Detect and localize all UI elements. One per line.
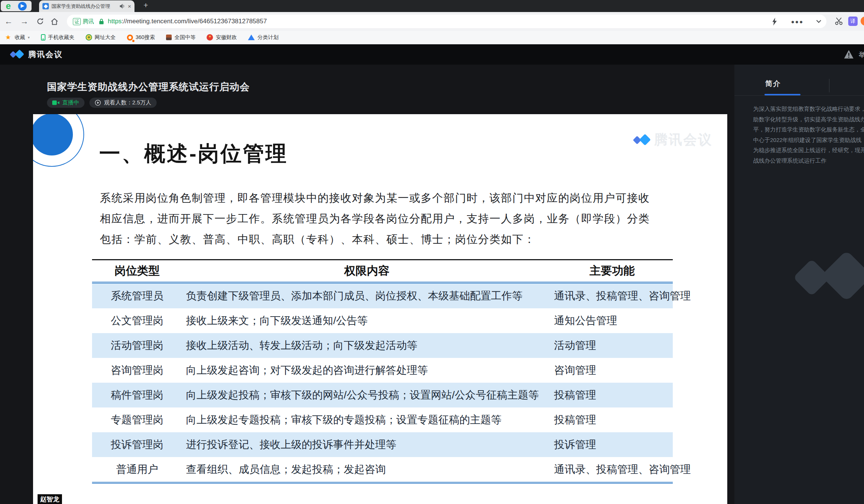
more-menu-icon[interactable]: ●●● bbox=[791, 18, 804, 25]
intro-line: 平，努力打造学生资助数字化服务新生态，全 bbox=[753, 124, 864, 135]
circle-green-plus-icon bbox=[86, 34, 92, 41]
emblem-mini-icon bbox=[166, 35, 172, 40]
emblem-red-icon bbox=[207, 34, 213, 41]
table-cell: 通讯录、投稿管理、咨询管理 bbox=[551, 289, 673, 303]
bookmark-label: 分类计划 bbox=[257, 34, 278, 41]
live-page: 国家学生资助战线办公管理系统试运行启动会 直播中 观看人数：2.5万人 一、概述… bbox=[0, 65, 864, 504]
browser-tab-strip: e 国家学生资助战线办公管理 × + bbox=[0, 0, 864, 12]
browser-tab[interactable]: 国家学生资助战线办公管理 × bbox=[39, 0, 134, 12]
bookmark-item[interactable]: 收藏▾ bbox=[5, 34, 30, 41]
sidebar-divider bbox=[734, 95, 864, 96]
intro-line: 助数字化转型升级，切实提高学生资助战线办 bbox=[753, 114, 864, 125]
table-row: 普通用户查看组织、成员信息；发起投稿；发起咨询通讯录、投稿管理、咨询管理 bbox=[92, 457, 673, 482]
table-header: 主要功能 bbox=[551, 263, 673, 279]
bookmark-label: 手机收藏夹 bbox=[48, 34, 74, 41]
roles-table: 岗位类型 权限内容 主要功能 系统管理员负责创建下级管理员、添加本部门成员、岗位… bbox=[92, 259, 673, 484]
table-row: 稿件管理岗向上级发起投稿；审核下级的网站/公众号投稿；设置网站/公众号征稿主题等… bbox=[92, 383, 673, 407]
back-icon[interactable]: ← bbox=[5, 17, 13, 26]
bookmark-item[interactable]: 全国中等 bbox=[166, 34, 195, 41]
audio-playing-icon[interactable] bbox=[119, 4, 125, 9]
table-cell: 咨询管理岗 bbox=[92, 363, 182, 377]
chevron-down-icon[interactable] bbox=[816, 18, 821, 23]
report-warning-icon[interactable] bbox=[844, 50, 854, 59]
table-cell: 通知公告管理 bbox=[551, 314, 673, 328]
table-cell: 系统管理员 bbox=[92, 289, 182, 303]
table-row: 投诉管理岗进行投诉登记、接收上级的投诉事件并处理等投诉管理 bbox=[92, 432, 673, 457]
tencent-meeting-logo-icon bbox=[8, 49, 24, 60]
star-orange-icon bbox=[5, 34, 12, 41]
tab-title: 国家学生资助战线办公管理 bbox=[51, 3, 117, 10]
paragraph-line: 系统采用岗位角色制管理，即各管理模块中的接收对象为某一或多个部门时，该部门中对应… bbox=[100, 188, 650, 208]
intro-line: 为稳步推进系统全国上线运行，经研究，现开 bbox=[753, 145, 864, 155]
lock-icon[interactable] bbox=[99, 18, 104, 25]
intro-text: 为深入落实部党组教育数字化战略行动要求，助数字化转型升级，切实提高学生资助战线办… bbox=[753, 104, 864, 166]
bookmark-label: 收藏 bbox=[15, 34, 25, 41]
table-cell: 咨询管理 bbox=[551, 363, 673, 377]
bookmark-item[interactable]: 网址大全 bbox=[86, 34, 116, 41]
intro-line: 中心于2022年组织建设了国家学生资助战线 bbox=[753, 135, 864, 145]
viewers-badge: 观看人数：2.5万人 bbox=[89, 98, 157, 108]
table-cell: 向上级发起专题投稿；审核下级的专题投稿；设置专题征稿的主题等 bbox=[182, 413, 551, 427]
table-cell: 向上级发起咨询；对下级发起的咨询进行解答处理等 bbox=[182, 363, 551, 377]
table-row: 系统管理员负责创建下级管理员、添加本部门成员、岗位授权、本级基础配置工作等通讯录… bbox=[92, 284, 673, 308]
table-header-row: 岗位类型 权限内容 主要功能 bbox=[92, 259, 673, 282]
table-row: 专题管理岗向上级发起专题投稿；审核下级的专题投稿；设置专题征稿的主题等投稿管理 bbox=[92, 407, 673, 432]
table-cell: 查看组织、成员信息；发起投稿；发起咨询 bbox=[182, 462, 551, 477]
slide-watermark: 腾讯会议 bbox=[631, 131, 713, 149]
live-label: 直播中 bbox=[62, 99, 79, 106]
meeting-header: 腾讯会议 举 bbox=[0, 44, 864, 65]
screenshot-scissors-icon[interactable] bbox=[835, 17, 843, 25]
ring-orange-icon bbox=[127, 35, 133, 41]
intro-line: 为深入落实部党组教育数字化战略行动要求， bbox=[753, 104, 864, 114]
table-row: 公文管理岗接收上级来文；向下级发送通知/公告等通知公告管理 bbox=[92, 308, 673, 333]
paragraph-line: 相应信息，进而开展下一步工作。系统管理员为各学段各岗位分配用户，支持一人多岗，业… bbox=[100, 208, 650, 229]
watermark-logo-icon bbox=[631, 134, 651, 146]
table-cell: 投诉管理 bbox=[551, 438, 673, 452]
triangle-blue-icon bbox=[248, 35, 255, 40]
forward-icon[interactable]: → bbox=[20, 17, 29, 26]
table-row: 活动管理岗接收上级活动、转发上级活动；向下级发起活动等活动管理 bbox=[92, 333, 673, 358]
translate-icon[interactable]: 译 bbox=[848, 17, 858, 26]
tab-close-icon[interactable]: × bbox=[128, 3, 131, 9]
table-cell: 投稿管理 bbox=[551, 388, 673, 402]
url-text[interactable]: https://meeting.tencent.com/live/6465123… bbox=[108, 18, 267, 25]
bookmark-item[interactable]: 分类计划 bbox=[248, 34, 278, 41]
table-cell: 通讯录、投稿管理、咨询管理 bbox=[551, 462, 673, 477]
bookmark-label: 安徽财政 bbox=[216, 34, 237, 41]
stream-title: 国家学生资助战线办公管理系统试运行启动会 bbox=[47, 80, 250, 94]
site-cert-badge[interactable]: 证 bbox=[73, 18, 81, 25]
browser-logo-patch: e bbox=[1, 1, 32, 11]
table-cell: 稿件管理岗 bbox=[92, 388, 182, 402]
intro-line: 战线办公管理系统试运行工作 bbox=[753, 155, 864, 166]
caret-down-icon: ▾ bbox=[28, 35, 30, 39]
watermark-text: 腾讯会议 bbox=[654, 131, 713, 149]
url-rest: ://meeting.tencent.com/live/646512367381… bbox=[122, 18, 267, 25]
table-cell: 向上级发起投稿；审核下级的网站/公众号投稿；设置网站/公众号征稿主题等 bbox=[182, 388, 551, 402]
tab-intro[interactable]: 简介 bbox=[765, 79, 781, 89]
extension-icon[interactable] bbox=[861, 17, 864, 26]
browser-toolbar: ← → 证 腾讯 https://meeting.tencent.com/liv… bbox=[0, 12, 864, 31]
table-cell: 公文管理岗 bbox=[92, 314, 182, 328]
intro-sidebar: 简介 为深入落实部党组教育数字化战略行动要求，助数字化转型升级，切实提高学生资助… bbox=[734, 65, 864, 504]
lightning-icon[interactable] bbox=[772, 18, 778, 26]
bookmark-label: 360搜索 bbox=[136, 34, 155, 41]
report-label[interactable]: 举 bbox=[859, 50, 864, 59]
bookmark-item[interactable]: 360搜索 bbox=[127, 34, 155, 41]
address-bar[interactable]: 证 腾讯 https://meeting.tencent.com/live/64… bbox=[67, 15, 826, 28]
table-cell: 负责创建下级管理员、添加本部门成员、岗位授权、本级基础配置工作等 bbox=[182, 289, 551, 303]
new-tab-button[interactable]: + bbox=[143, 1, 148, 10]
refresh-icon[interactable] bbox=[36, 17, 44, 26]
table-header: 权限内容 bbox=[182, 263, 551, 279]
table-cell: 接收上级来文；向下级发送通知/公告等 bbox=[182, 314, 551, 328]
slide-heading: 一、概述-岗位管理 bbox=[99, 140, 288, 168]
table-cell: 普通用户 bbox=[92, 462, 182, 477]
presentation-slide[interactable]: 一、概述-岗位管理 腾讯会议 系统采用岗位角色制管理，即各管理模块中的接收对象为… bbox=[33, 114, 727, 504]
browser-logo-icon[interactable]: e bbox=[6, 2, 11, 11]
phone-green-icon bbox=[41, 34, 45, 41]
home-icon[interactable] bbox=[50, 17, 59, 26]
bookmark-item[interactable]: 安徽财政 bbox=[207, 34, 237, 41]
table-cell: 活动管理岗 bbox=[92, 338, 182, 353]
browser-assistant-icon[interactable] bbox=[18, 2, 27, 11]
table-row: 咨询管理岗向上级发起咨询；对下级发起的咨询进行解答处理等咨询管理 bbox=[92, 358, 673, 383]
bookmark-item[interactable]: 手机收藏夹 bbox=[41, 34, 74, 41]
